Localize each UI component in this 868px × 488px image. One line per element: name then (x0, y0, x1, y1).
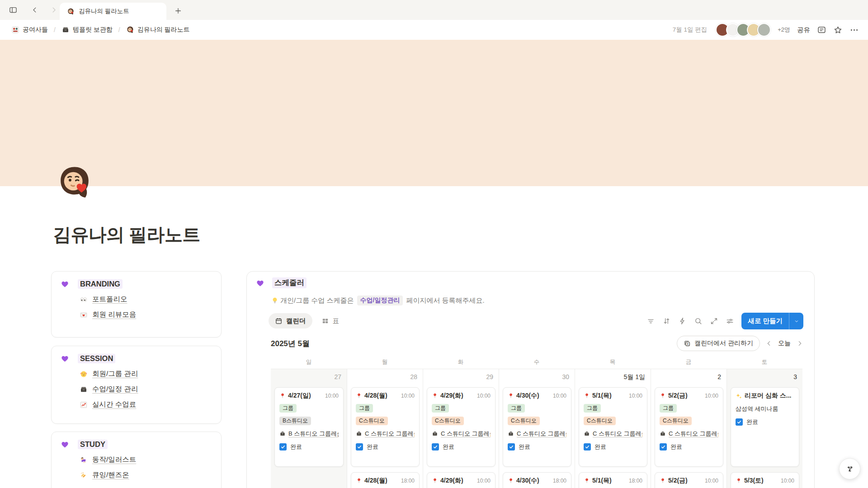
page-link-item[interactable]: 실시간 수업료 (80, 400, 212, 409)
next-month-icon[interactable] (796, 340, 803, 347)
tag-pill: 그룹 (508, 404, 525, 413)
member-avatars[interactable] (716, 23, 771, 37)
done-checkbox[interactable] (432, 443, 439, 450)
breadcrumb-item[interactable]: 김유나의 필라노트 (124, 24, 192, 35)
scheduler-heading-label[interactable]: 스케줄러 (272, 277, 307, 288)
new-entry-label[interactable]: 새로 만들기 (741, 313, 789, 329)
event-card[interactable]: 4/28(월)10:00그룹C스튜디오C 스튜디오 그룹레슨완료 (351, 387, 420, 467)
new-tab-button[interactable] (172, 5, 184, 17)
new-entry-button[interactable]: 새로 만들기 (741, 313, 803, 329)
search-icon[interactable] (694, 317, 703, 325)
page-link-label[interactable]: 회원 리뷰모음 (92, 310, 136, 319)
new-entry-dropdown[interactable] (789, 313, 803, 329)
tip-page-chip[interactable]: 수업/일정관리 (357, 296, 403, 305)
tag-line: 그룹 (660, 404, 718, 413)
event-card[interactable]: 4/27(일)10:00그룹B스튜디오B 스튜디오 그룹레슨완료 (274, 387, 344, 467)
done-checkbox[interactable] (279, 443, 287, 450)
share-button[interactable]: 공유 (797, 26, 810, 34)
comments-icon[interactable] (817, 25, 826, 35)
expand-icon[interactable] (710, 317, 718, 325)
breadcrumb-item[interactable]: 공여사들 (9, 24, 50, 35)
event-link[interactable]: C 스튜디오 그룹레슨 (441, 430, 491, 438)
pin-icon (432, 393, 438, 399)
event-link[interactable]: C 스튜디오 그룹레슨 (517, 430, 566, 438)
prev-month-icon[interactable] (765, 340, 773, 347)
manage-in-calendar-button[interactable]: 9 캘린더에서 관리하기 (677, 336, 760, 351)
day-cell[interactable]: 3리포머 심화 스...삼성역 세미나룸완료5/3(토)10:00 (726, 369, 802, 488)
event-card[interactable]: 5/3(토)10:00 (731, 472, 799, 488)
sort-icon[interactable] (662, 317, 671, 325)
page-link-item[interactable]: 수업/일정 관리 (80, 385, 212, 394)
scheduler-tip: 개인/그룹 수업 스케줄은 수업/일정관리 페이지에서 등록해주세요. (271, 296, 485, 305)
page-link-label[interactable]: 동작/일러스트 (92, 455, 136, 465)
weekday-label: 목 (575, 358, 651, 366)
page-link-label[interactable]: 회원/그룹 관리 (92, 369, 138, 379)
page-link-item[interactable]: 동작/일러스트 (80, 455, 212, 465)
card-items: 동작/일러스트큐잉/핸즈온 (80, 455, 212, 480)
tag-line: C스튜디오 (432, 416, 491, 425)
page-link-label[interactable]: 포트폴리오 (92, 295, 127, 304)
tag-line: C스튜디오 (356, 416, 415, 425)
sidebar-toggle-icon[interactable] (5, 2, 21, 18)
event-card[interactable]: 5/2(금)10:00그룹C스튜디오C 스튜디오 그룹레슨완료 (655, 387, 723, 467)
pin-icon (660, 478, 666, 484)
page-icon-memoji[interactable] (55, 163, 94, 202)
event-card[interactable]: 5/1(목)10:00그룹C스튜디오C 스튜디오 그룹레슨완료 (579, 387, 647, 467)
done-checkbox[interactable] (584, 443, 591, 450)
view-tab-table[interactable]: 표 (315, 313, 346, 328)
more-options-icon[interactable] (849, 25, 859, 35)
day-cell[interactable]: 294/29(화)10:00그룹C스튜디오C 스튜디오 그룹레슨완료4/29(화… (423, 369, 499, 488)
event-header: 4/30(수)18:00 (508, 477, 566, 485)
event-card[interactable]: 4/28(월)18:00 (351, 472, 420, 488)
done-checkbox[interactable] (660, 443, 667, 450)
done-checkbox[interactable] (736, 418, 743, 426)
event-card[interactable]: 4/29(화)10:00 (427, 472, 495, 488)
tag-pill: C스튜디오 (584, 417, 616, 425)
event-header: 4/27(일)10:00 (279, 392, 339, 400)
page-link-item[interactable]: 포트폴리오 (80, 295, 212, 304)
page-tab[interactable]: 김유나의 필라노트 (60, 3, 166, 20)
avatar[interactable] (757, 23, 771, 37)
done-checkbox[interactable] (508, 443, 515, 450)
notion-ai-button[interactable] (839, 458, 860, 479)
event-link[interactable]: C 스튜디오 그룹레슨 (593, 430, 642, 438)
event-link[interactable]: B 스튜디오 그룹레슨 (288, 430, 339, 438)
event-card[interactable]: 4/30(수)18:00 (503, 472, 571, 488)
page-title[interactable]: 김유나의 필라노트 (53, 222, 200, 247)
view-tab-label: 표 (333, 317, 340, 325)
today-button[interactable]: 오늘 (778, 339, 791, 347)
date-number: 28 (347, 369, 423, 386)
day-cell[interactable]: 284/28(월)10:00그룹C스튜디오C 스튜디오 그룹레슨완료4/28(월… (347, 369, 423, 488)
event-date: 5/1(목) (592, 392, 612, 400)
event-card[interactable]: 리포머 심화 스...삼성역 세미나룸완료 (731, 387, 799, 467)
page-link-label[interactable]: 큐잉/핸즈온 (92, 470, 129, 480)
tag-pill: 그룹 (432, 404, 449, 413)
event-card[interactable]: 5/2(금)10:00 (655, 472, 723, 488)
back-button[interactable] (27, 2, 42, 18)
automation-lightning-icon[interactable] (678, 317, 687, 325)
event-card[interactable]: 4/29(화)10:00그룹C스튜디오C 스튜디오 그룹레슨완료 (427, 387, 495, 467)
event-link[interactable]: C 스튜디오 그룹레슨 (365, 430, 415, 438)
event-card[interactable]: 4/30(수)10:00그룹C스튜디오C 스튜디오 그룹레슨완료 (503, 387, 571, 467)
page-link-item[interactable]: 큐잉/핸즈온 (80, 470, 212, 480)
event-card[interactable]: 5/1(목)18:00 (579, 472, 647, 488)
page-link-item[interactable]: 회원 리뷰모음 (80, 310, 212, 319)
table-icon (321, 317, 329, 325)
more-members-count[interactable]: +2명 (778, 26, 790, 34)
event-link[interactable]: C 스튜디오 그룹레슨 (669, 430, 718, 438)
page-link-label[interactable]: 실시간 수업료 (92, 400, 136, 409)
page-link-label[interactable]: 수업/일정 관리 (92, 385, 138, 394)
day-cell[interactable]: 304/30(수)10:00그룹C스튜디오C 스튜디오 그룹레슨완료4/30(수… (499, 369, 575, 488)
pin-icon (660, 393, 666, 399)
forward-button[interactable] (46, 2, 61, 18)
day-cell[interactable]: 274/27(일)10:00그룹B스튜디오B 스튜디오 그룹레슨완료 (271, 369, 347, 488)
favorite-star-icon[interactable] (833, 25, 843, 35)
view-tab-calendar[interactable]: 캘린더 (269, 313, 312, 328)
day-cell[interactable]: 5월 1일5/1(목)10:00그룹C스튜디오C 스튜디오 그룹레슨완료5/1(… (575, 369, 651, 488)
page-link-item[interactable]: 회원/그룹 관리 (80, 369, 212, 379)
done-checkbox[interactable] (356, 443, 363, 450)
view-settings-icon[interactable] (726, 317, 734, 325)
filter-icon[interactable] (646, 317, 655, 325)
day-cell[interactable]: 25/2(금)10:00그룹C스튜디오C 스튜디오 그룹레슨완료5/2(금)10… (651, 369, 726, 488)
breadcrumb-item[interactable]: 템플릿 보관함 (59, 24, 115, 35)
